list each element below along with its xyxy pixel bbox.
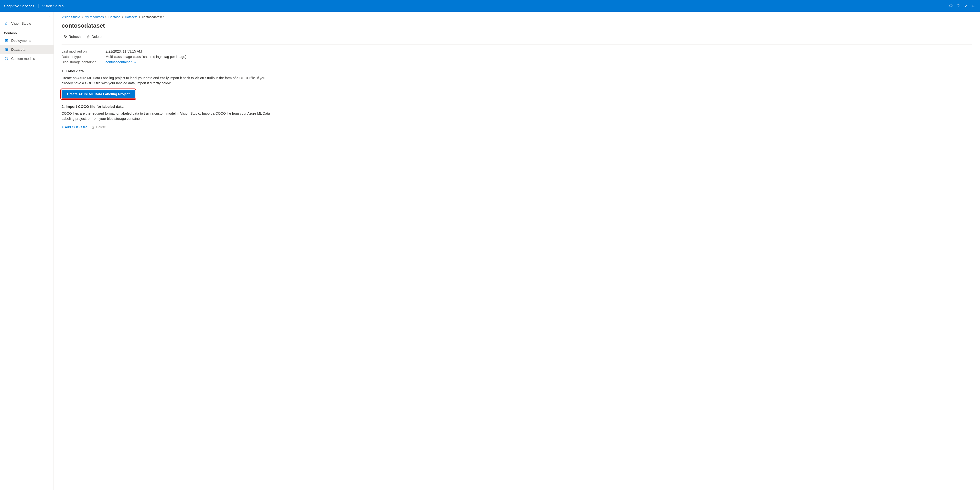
sidebar-collapse-button[interactable]: «: [49, 14, 51, 18]
sidebar-item-custom-models[interactable]: ⬡ Custom models: [0, 54, 54, 63]
sidebar-item-datasets[interactable]: ▣ Datasets: [0, 45, 54, 54]
label-data-section: 1. Label data Create an Azure ML Data La…: [54, 69, 980, 104]
breadcrumb-vision-studio[interactable]: Vision Studio: [62, 15, 80, 19]
external-link-icon: ⧉: [134, 61, 136, 64]
sidebar-item-vision-studio[interactable]: ⌂ Vision Studio: [0, 19, 54, 28]
product-name: Cognitive Services: [4, 4, 34, 8]
toolbar-divider: [62, 44, 972, 45]
properties-grid: Last modified on 2/21/2023, 11:53:15 AM …: [54, 49, 980, 69]
breadcrumb: Vision Studio > My resources > Contoso >…: [54, 12, 980, 21]
deployments-icon: ⊞: [4, 38, 9, 43]
sidebar: « ⌂ Vision Studio Contoso ⊞ Deployments …: [0, 12, 54, 490]
sidebar-item-deployments[interactable]: ⊞ Deployments: [0, 36, 54, 45]
last-modified-value: 2/21/2023, 11:53:15 AM: [105, 49, 972, 53]
blob-storage-label: Blob storage container: [62, 60, 105, 64]
custom-models-icon: ⬡: [4, 56, 9, 61]
refresh-icon: ↻: [64, 35, 67, 39]
sidebar-item-label-deployments: Deployments: [11, 38, 31, 43]
studio-name: Vision Studio: [42, 4, 64, 8]
label-section-title: 1. Label data: [62, 69, 972, 73]
coco-delete-icon: 🗑: [91, 125, 95, 129]
topbar-branding: Cognitive Services | Vision Studio: [4, 3, 64, 8]
create-labeling-project-button[interactable]: Create Azure ML Data Labeling Project: [62, 90, 135, 99]
sidebar-item-label-datasets: Datasets: [11, 48, 25, 52]
topbar-actions: ⚙ ? ∨ ☺: [949, 3, 976, 8]
import-section-description: COCO files are the required format for l…: [62, 111, 272, 121]
home-icon: ⌂: [4, 21, 9, 26]
refresh-label: Refresh: [68, 35, 81, 38]
breadcrumb-contoso[interactable]: Contoso: [108, 15, 120, 19]
topbar-separator: |: [38, 3, 39, 8]
breadcrumb-my-resources[interactable]: My resources: [85, 15, 104, 19]
add-coco-label: Add COCO file: [65, 125, 88, 129]
delete-label: Delete: [92, 35, 102, 38]
sidebar-section-contoso: Contoso: [0, 28, 54, 36]
coco-action-row: + Add COCO file 🗑 Delete: [62, 125, 972, 129]
coco-delete-label: Delete: [96, 125, 106, 129]
toolbar: ↻ Refresh 🗑 Delete: [54, 33, 980, 44]
dataset-type-value: Multi-class image classification (single…: [105, 55, 972, 59]
import-section-title: 2. Import COCO file for labeled data: [62, 104, 972, 109]
label-section-description: Create an Azure ML Data Labeling project…: [62, 75, 272, 86]
refresh-button[interactable]: ↻ Refresh: [62, 33, 83, 40]
chevron-down-icon[interactable]: ∨: [964, 3, 967, 8]
delete-icon: 🗑: [86, 35, 90, 39]
add-icon: +: [62, 125, 64, 129]
blob-storage-link[interactable]: contosocontainer: [105, 60, 132, 64]
user-icon[interactable]: ☺: [972, 3, 976, 8]
breadcrumb-sep-4: >: [139, 15, 140, 19]
breadcrumb-sep-3: >: [122, 15, 123, 19]
sidebar-collapse-area: «: [0, 12, 54, 19]
import-coco-section: 2. Import COCO file for labeled data COC…: [54, 104, 980, 135]
sidebar-item-label-vision-studio: Vision Studio: [11, 22, 31, 26]
breadcrumb-sep-1: >: [82, 15, 83, 19]
datasets-icon: ▣: [4, 47, 9, 52]
breadcrumb-datasets[interactable]: Datasets: [125, 15, 137, 19]
help-icon[interactable]: ?: [957, 3, 960, 8]
settings-icon[interactable]: ⚙: [949, 3, 953, 8]
coco-delete-button: 🗑 Delete: [91, 125, 106, 129]
topbar: Cognitive Services | Vision Studio ⚙ ? ∨…: [0, 0, 980, 12]
breadcrumb-current: contosodataset: [142, 15, 164, 19]
last-modified-label: Last modified on: [62, 49, 105, 53]
dataset-type-label: Dataset type: [62, 55, 105, 59]
sidebar-item-label-custom-models: Custom models: [11, 57, 35, 61]
delete-button[interactable]: 🗑 Delete: [84, 33, 104, 40]
add-coco-file-button[interactable]: + Add COCO file: [62, 125, 88, 129]
page-title: contosodataset: [54, 21, 980, 33]
blob-storage-value: contosocontainer ⧉: [105, 60, 972, 64]
main-layout: « ⌂ Vision Studio Contoso ⊞ Deployments …: [0, 12, 980, 490]
breadcrumb-sep-2: >: [105, 15, 107, 19]
main-content: Vision Studio > My resources > Contoso >…: [54, 12, 980, 490]
